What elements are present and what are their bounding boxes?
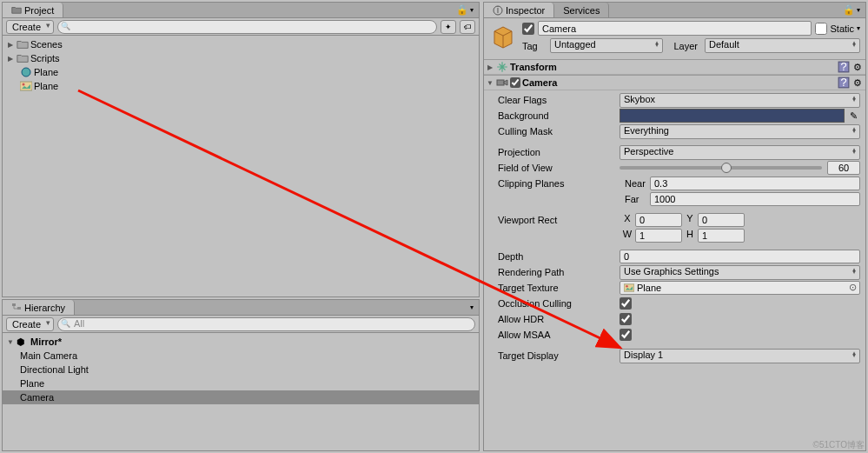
panel-lock-menu[interactable]: 🔒▾ — [451, 4, 479, 16]
fov-slider[interactable] — [620, 161, 860, 175]
star-icon: ✦ — [445, 23, 452, 31]
collapse-arrow-icon[interactable]: ▼ — [486, 79, 494, 87]
chevron-down-icon: ▾ — [857, 6, 860, 14]
lock-icon: 🔒 — [456, 4, 468, 16]
hierarchy-icon — [11, 303, 22, 313]
hierarchy-tab-bar: Hierarchy ▾ — [3, 300, 479, 316]
tag-label: Tag — [522, 41, 547, 51]
background-label: Background — [489, 110, 620, 121]
background-color-swatch[interactable] — [620, 109, 845, 123]
fov-value-field[interactable] — [827, 161, 860, 175]
viewport-y-field[interactable] — [698, 213, 745, 227]
far-field[interactable] — [650, 192, 860, 206]
viewport-label: Viewport Rect — [489, 215, 620, 225]
msaa-checkbox[interactable] — [620, 329, 632, 341]
transform-icon — [496, 61, 508, 73]
project-item-plane-asset[interactable]: Plane — [3, 65, 479, 79]
item-label: Camera — [20, 392, 54, 403]
rendering-path-label: Rendering Path — [489, 267, 620, 277]
inspector-panel: i Inspector Services 🔒▾ Static▾ Tag Unta… — [483, 2, 866, 451]
target-texture-label: Target Texture — [489, 283, 620, 293]
services-tab-label: Services — [563, 5, 600, 16]
filter-by-label-button[interactable]: 🏷 — [460, 20, 475, 34]
clear-flags-dropdown[interactable]: Skybox — [620, 93, 860, 108]
inspector-tab[interactable]: i Inspector — [484, 3, 554, 17]
transform-component-header[interactable]: ▶ Transform ? ⚙ — [484, 59, 865, 75]
hierarchy-item-main-camera[interactable]: Main Camera — [3, 349, 479, 363]
eyedropper-icon[interactable]: ✎ — [846, 109, 860, 123]
scene-row[interactable]: ▼ ⬢ Mirror* — [3, 335, 479, 349]
hierarchy-item-dir-light[interactable]: Directional Light — [3, 363, 479, 376]
target-display-dropdown[interactable]: Display 1 — [620, 349, 860, 363]
project-tab[interactable]: Project — [3, 3, 63, 17]
project-search-input[interactable] — [57, 20, 437, 34]
project-item-scenes[interactable]: ▶ Scenes — [3, 37, 479, 51]
panel-lock-menu[interactable]: 🔒▾ — [838, 4, 865, 16]
project-toolbar: Create ✦ 🏷 — [3, 18, 479, 36]
depth-label: Depth — [489, 251, 620, 262]
far-label: Far — [620, 194, 650, 204]
hierarchy-tab[interactable]: Hierarchy — [3, 300, 75, 315]
lock-icon: 🔒 — [843, 4, 855, 16]
viewport-w-field[interactable] — [635, 229, 682, 243]
static-label: Static — [830, 23, 854, 34]
culling-mask-dropdown[interactable]: Everything — [620, 124, 860, 139]
help-icon[interactable]: ? — [838, 77, 850, 89]
item-label: Plane — [20, 378, 44, 389]
hdr-label: Allow HDR — [489, 314, 620, 324]
help-icon[interactable]: ? — [838, 61, 850, 73]
project-item-scripts[interactable]: ▶ Scripts — [3, 51, 479, 65]
search-placeholder: All — [74, 318, 84, 329]
item-label: Directional Light — [20, 364, 89, 375]
projection-dropdown[interactable]: Perspective — [620, 145, 860, 160]
target-texture-field[interactable]: Plane — [620, 281, 860, 295]
hdr-checkbox[interactable] — [620, 313, 632, 325]
panel-lock-menu[interactable]: ▾ — [465, 303, 479, 311]
near-field[interactable] — [650, 177, 860, 190]
static-toggle[interactable]: Static▾ — [815, 23, 860, 35]
expand-arrow-icon[interactable]: ▶ — [486, 63, 494, 71]
expand-arrow-icon[interactable]: ▶ — [6, 41, 15, 49]
gameobject-icon[interactable] — [489, 23, 517, 51]
hierarchy-item-plane[interactable]: Plane — [3, 376, 479, 390]
create-button[interactable]: Create — [6, 20, 54, 34]
camera-component-header[interactable]: ▼ Camera ? ⚙ — [484, 75, 865, 90]
tag-dropdown[interactable]: Untagged — [550, 38, 663, 53]
depth-field[interactable] — [620, 250, 860, 263]
chevron-down-icon[interactable]: ▾ — [857, 24, 860, 32]
project-tab-bar: Project 🔒▾ — [3, 3, 479, 18]
viewport-x-field[interactable] — [635, 213, 682, 227]
watermark: ©51CTO博客 — [813, 439, 865, 451]
gear-icon[interactable]: ⚙ — [851, 61, 864, 73]
svg-text:?: ? — [840, 61, 846, 73]
component-title: Camera — [522, 77, 836, 88]
layer-dropdown[interactable]: Default — [705, 38, 860, 53]
info-icon: i — [493, 5, 503, 16]
create-button[interactable]: Create — [6, 317, 54, 331]
viewport-h-field[interactable] — [698, 229, 745, 243]
collapse-arrow-icon[interactable]: ▼ — [6, 338, 15, 346]
svg-rect-9 — [497, 80, 504, 85]
hierarchy-item-camera[interactable]: Camera — [3, 390, 479, 404]
svg-point-0 — [22, 68, 30, 77]
project-tree: ▶ Scenes ▶ Scripts Plane Plane — [3, 36, 479, 95]
chevron-down-icon: ▾ — [470, 303, 474, 311]
svg-point-2 — [23, 83, 25, 86]
services-tab[interactable]: Services — [554, 3, 609, 17]
sphere-icon — [20, 67, 32, 77]
hierarchy-search-input[interactable]: All — [57, 317, 475, 331]
component-enabled-checkbox[interactable] — [510, 77, 520, 88]
filter-by-type-button[interactable]: ✦ — [441, 20, 456, 34]
item-label: Scenes — [30, 39, 63, 50]
hierarchy-tab-label: Hierarchy — [24, 303, 65, 313]
gameobject-active-checkbox[interactable] — [522, 23, 534, 35]
gameobject-name-field[interactable] — [538, 21, 812, 36]
static-checkbox[interactable] — [815, 23, 827, 35]
layer-label: Layer — [666, 41, 701, 51]
chevron-down-icon: ▾ — [470, 6, 474, 14]
gear-icon[interactable]: ⚙ — [851, 77, 864, 89]
occlusion-checkbox[interactable] — [620, 297, 632, 310]
project-item-plane-texture[interactable]: Plane — [3, 79, 479, 93]
expand-arrow-icon[interactable]: ▶ — [6, 55, 15, 63]
rendering-path-dropdown[interactable]: Use Graphics Settings — [620, 265, 860, 280]
